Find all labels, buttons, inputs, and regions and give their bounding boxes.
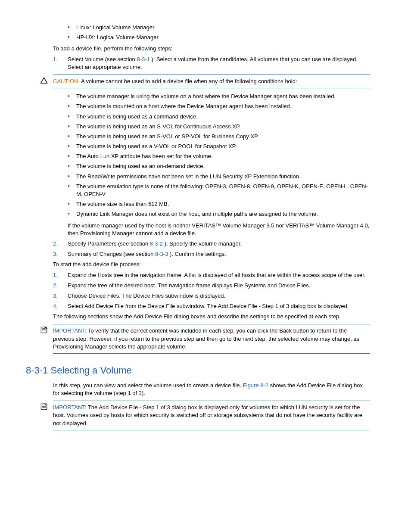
intro-text: To add a device file, perform the follow…: [53, 45, 370, 53]
list-item: The volume is being used as an S-VOL for…: [68, 123, 370, 131]
start-process-steps: Expand the Hosts tree in the navigation …: [53, 271, 370, 311]
following-sections-text: The following sections show the Add Devi…: [53, 313, 370, 320]
xref-link[interactable]: 8-3-2: [150, 240, 163, 247]
caution-text: A volume cannot be used to add a device …: [80, 78, 297, 84]
xref-link[interactable]: 8-3-1: [137, 56, 149, 62]
after-conditions-text: If the volume manager used by the host i…: [68, 222, 370, 237]
document-page: Linux: Logical Volume Manager HP-UX: Log…: [41, 24, 370, 532]
caution-callout: CAUTION: A volume cannot be used to add …: [53, 75, 370, 88]
important-text: To verify that the correct content was i…: [53, 327, 359, 349]
add-device-steps: Select Volume (see section 8-3-1 ). Sele…: [53, 56, 370, 71]
section-body-text: In this step, you can view and select th…: [53, 382, 370, 397]
list-item: The volume is being used as a command de…: [68, 113, 370, 121]
important-label: IMPORTANT:: [53, 404, 87, 411]
step-item: Specify Parameters (see section 8-3-2 ).…: [53, 240, 370, 248]
step-item: Choose Device Files. The Device Files su…: [53, 292, 370, 300]
list-item: Dynamic Link Manager does not exist on t…: [68, 210, 370, 218]
important-callout: IMPORTANT: To verify that the correct co…: [53, 324, 370, 354]
important-label: IMPORTANT:: [53, 327, 87, 334]
step-item: Expand the Hosts tree in the navigation …: [53, 271, 370, 279]
os-manager-list: Linux: Logical Volume Manager HP-UX: Log…: [68, 24, 370, 41]
step-item: Select Add Device File from the Device F…: [53, 302, 370, 310]
list-item: The volume emulation type is none of the…: [68, 183, 370, 198]
list-item: HP-UX: Logical Volume Manager: [68, 34, 370, 41]
xref-link[interactable]: 8-3-3: [155, 251, 168, 257]
list-item: Linux: Logical Volume Manager: [68, 24, 370, 31]
condition-list: The volume manager is using the volume o…: [68, 93, 370, 218]
list-item: The Read/Write permissions have not been…: [68, 173, 370, 180]
note-icon: [40, 403, 49, 411]
section-heading: 8-3-1 Selecting a Volume: [26, 364, 370, 377]
list-item: The volume manager is using the volume o…: [68, 93, 370, 100]
start-process-text: To start the add device file process:: [53, 261, 370, 268]
xref-link[interactable]: Figure 8-2: [243, 382, 268, 389]
list-item: The volume is being used as an on-demand…: [68, 162, 370, 170]
list-item: The volume is being used as an S-VOL or …: [68, 133, 370, 140]
list-item: The Auto Lun XP attribute has been set f…: [68, 152, 370, 160]
note-icon: [40, 326, 49, 335]
list-item: The volume is mounted on a host where th…: [68, 103, 370, 110]
step-item: Expand the tree of the desired host. The…: [53, 282, 370, 289]
list-item: The volume is being used as a V-VOL or P…: [68, 143, 370, 150]
important-callout: IMPORTANT: The Add Device File - Step 1 …: [53, 401, 370, 430]
step-item: Summary of Changes (see section 8-3-3 ).…: [53, 250, 370, 258]
step-item: Select Volume (see section 8-3-1 ). Sele…: [53, 56, 370, 71]
add-device-steps-cont: Specify Parameters (see section 8-3-2 ).…: [53, 240, 370, 258]
important-text: The Add Device File - Step 1 of 3 dialog…: [53, 404, 362, 426]
caution-icon: [40, 77, 49, 85]
caution-label: CAUTION:: [53, 78, 80, 84]
list-item: The volume size is less than 512 MB.: [68, 200, 370, 208]
